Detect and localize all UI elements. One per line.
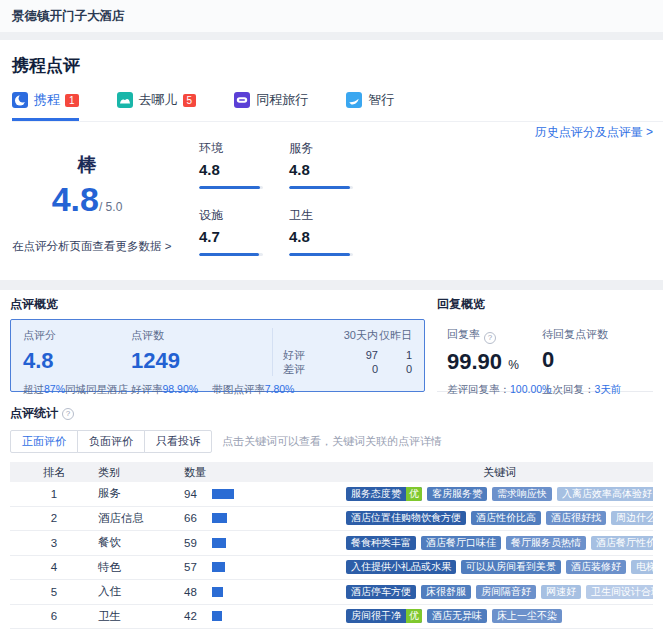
info-icon[interactable]: ? xyxy=(484,332,496,344)
keywords-cell: 服务态度赞优客房服务赞需求响应快入离店效率高体验好接送性价比高 xyxy=(346,487,653,501)
category-cell: 餐饮 xyxy=(98,535,184,550)
keyword-pill[interactable]: 周边什么都有 xyxy=(611,511,653,525)
keyword-text: 酒店无异味 xyxy=(427,609,487,623)
info-icon[interactable]: ? xyxy=(62,408,74,420)
column-header: 类别 xyxy=(98,465,184,480)
count-cell: 48 xyxy=(184,586,346,598)
history-score-link[interactable]: 历史点评分及点评量 > xyxy=(535,124,653,141)
keyword-pill[interactable]: 网速好 xyxy=(541,585,581,599)
tab-zhixing[interactable]: 智行 xyxy=(346,91,394,121)
beat-rate-text: 超过87%同城同星酒店 xyxy=(23,383,131,397)
stats-filter-tabs: 正面评价负面评价只看投诉 xyxy=(10,430,212,453)
keyword-pill[interactable]: 卫生间设计合理 xyxy=(586,585,653,599)
keyword-text: 房间很干净 xyxy=(346,609,406,623)
stats-title: 点评统计 ? xyxy=(10,405,653,422)
keyword-pill[interactable]: 酒店停车方便 xyxy=(346,585,416,599)
category-cell: 入住 xyxy=(98,584,184,599)
ctrip-icon xyxy=(12,92,28,108)
count-cell: 42 xyxy=(184,610,346,622)
rank-cell: 2 xyxy=(10,512,98,524)
sub-score-value: 4.7 xyxy=(199,228,289,245)
table-row: 6卫生42房间很干净优酒店无异味床上一尘不染 xyxy=(10,605,653,630)
keyword-text: 床上一尘不染 xyxy=(492,609,562,623)
review-overview-section: 点评概览 点评分 4.8 点评数 1249 30天内 xyxy=(10,296,425,392)
keyword-pill[interactable]: 酒店餐厅性价比高 xyxy=(591,536,653,550)
keyword-text: 房间隔音好 xyxy=(476,585,536,599)
more-data-link[interactable]: 在点评分析页面查看更多数据 > xyxy=(12,239,187,254)
sub-score-label: 卫生 xyxy=(289,207,379,224)
section-title-text: 回复概览 xyxy=(437,296,485,313)
tongcheng-icon xyxy=(234,92,250,108)
keyword-pill[interactable]: 电梯使用体验佳 xyxy=(631,560,653,574)
keyword-pill[interactable]: 酒店无异味 xyxy=(427,609,487,623)
keyword-pill[interactable]: 酒店位置佳购物饮食方便 xyxy=(346,511,466,525)
keyword-pill[interactable]: 餐食种类丰富 xyxy=(346,536,416,550)
tab-tongcheng[interactable]: 同程旅行 xyxy=(234,91,308,121)
keyword-pill[interactable]: 酒店很好找 xyxy=(546,511,606,525)
keywords-cell: 酒店停车方便床很舒服房间隔音好网速好卫生间设计合理 xyxy=(346,585,653,599)
bad-review-30d: 0 xyxy=(323,362,378,376)
keyword-pill[interactable]: 服务态度赞优 xyxy=(346,487,422,501)
keyword-pill[interactable]: 酒店餐厅口味佳 xyxy=(421,536,501,550)
page-title: 携程点评 xyxy=(12,54,663,77)
table-row: 1服务94服务态度赞优客房服务赞需求响应快入离店效率高体验好接送性价比高 xyxy=(10,482,653,507)
count-value: 42 xyxy=(184,610,204,622)
keyword-text: 床很舒服 xyxy=(421,585,471,599)
overall-score: 4.8/ 5.0 xyxy=(12,180,162,219)
count-bar xyxy=(212,513,227,523)
filter-tab-0[interactable]: 正面评价 xyxy=(10,430,78,453)
score-grade: 棒 xyxy=(12,152,162,178)
count-value: 48 xyxy=(184,586,204,598)
table-row: 3餐饮59餐食种类丰富酒店餐厅口味佳餐厅服务员热情酒店餐厅性价比高餐食有当地特色 xyxy=(10,531,653,556)
keyword-text: 餐食种类丰富 xyxy=(346,536,416,550)
recent-review-table: 30天内 仅昨日 好评 97 1 差评 0 xyxy=(283,328,412,376)
keyword-pill[interactable]: 酒店装修好 xyxy=(566,560,626,574)
count-bar xyxy=(212,489,234,499)
good-review-30d: 97 xyxy=(323,348,378,362)
tab-ctrip[interactable]: 携程1 xyxy=(12,91,79,121)
pending-reply-value: 0 xyxy=(542,347,608,373)
tab-qunar[interactable]: 去哪儿5 xyxy=(117,91,197,121)
reply-overview-box: 回复率? 99.90 % 待回复点评数 0 差评回复率：100.00% 上次回复… xyxy=(437,319,653,392)
keyword-pill[interactable]: 床上一尘不染 xyxy=(492,609,562,623)
count-cell: 94 xyxy=(184,488,346,500)
keyword-pill[interactable]: 可以从房间看到美景 xyxy=(461,560,561,574)
table-header: 排名类别数量关键词 xyxy=(10,462,653,482)
column-header: 数量 xyxy=(184,465,346,480)
keyword-pill[interactable]: 客房服务赞 xyxy=(427,487,487,501)
rank-cell: 1 xyxy=(10,488,98,500)
category-cell: 酒店信息 xyxy=(98,511,184,526)
platform-tabs: 携程1去哪儿5同程旅行智行 xyxy=(12,91,663,122)
keyword-pill[interactable]: 入住提供小礼品或水果 xyxy=(346,560,456,574)
column-header: 排名 xyxy=(10,465,98,480)
tab-label: 同程旅行 xyxy=(256,91,308,109)
keyword-pill[interactable]: 房间隔音好 xyxy=(476,585,536,599)
count-cell: 59 xyxy=(184,537,346,549)
reply-rate-value: 99.90 % xyxy=(447,349,542,375)
unread-count-badge: 5 xyxy=(183,94,197,107)
pending-reply-label: 待回复点评数 xyxy=(542,327,608,342)
filter-tab-2[interactable]: 只看投诉 xyxy=(144,430,212,453)
keywords-cell: 酒店位置佳购物饮食方便酒店性价比高酒店很好找周边什么都有交通方便 xyxy=(346,511,653,525)
reply-rate-label: 回复率? xyxy=(447,327,542,344)
count-cell: 57 xyxy=(184,561,346,573)
unread-count-badge: 1 xyxy=(65,94,79,107)
count-bar xyxy=(212,611,222,621)
keyword-pill[interactable]: 酒店性价比高 xyxy=(471,511,541,525)
keyword-pill[interactable]: 床很舒服 xyxy=(421,585,471,599)
review-overview-title: 点评概览 xyxy=(10,296,425,313)
good-rate-text: 好评率98.90% xyxy=(131,383,198,397)
rank-cell: 3 xyxy=(10,537,98,549)
review-count-value: 1249 xyxy=(131,348,272,374)
keyword-pill[interactable]: 入离店效率高体验好 xyxy=(557,487,653,501)
filter-tab-1[interactable]: 负面评价 xyxy=(77,430,145,453)
keyword-text: 周边什么都有 xyxy=(611,511,653,525)
keyword-pill[interactable]: 房间很干净优 xyxy=(346,609,422,623)
keyword-pill[interactable]: 餐厅服务员热情 xyxy=(506,536,586,550)
table-row: 5入住48酒店停车方便床很舒服房间隔音好网速好卫生间设计合理 xyxy=(10,580,653,605)
keyword-pill[interactable]: 需求响应快 xyxy=(492,487,552,501)
top-bar: 景德镇开门子大酒店 xyxy=(0,0,663,32)
review-score-label: 点评分 xyxy=(23,328,131,343)
keyword-table: 排名类别数量关键词 1服务94服务态度赞优客房服务赞需求响应快入离店效率高体验好… xyxy=(10,462,653,629)
sub-score-bar xyxy=(289,253,353,256)
